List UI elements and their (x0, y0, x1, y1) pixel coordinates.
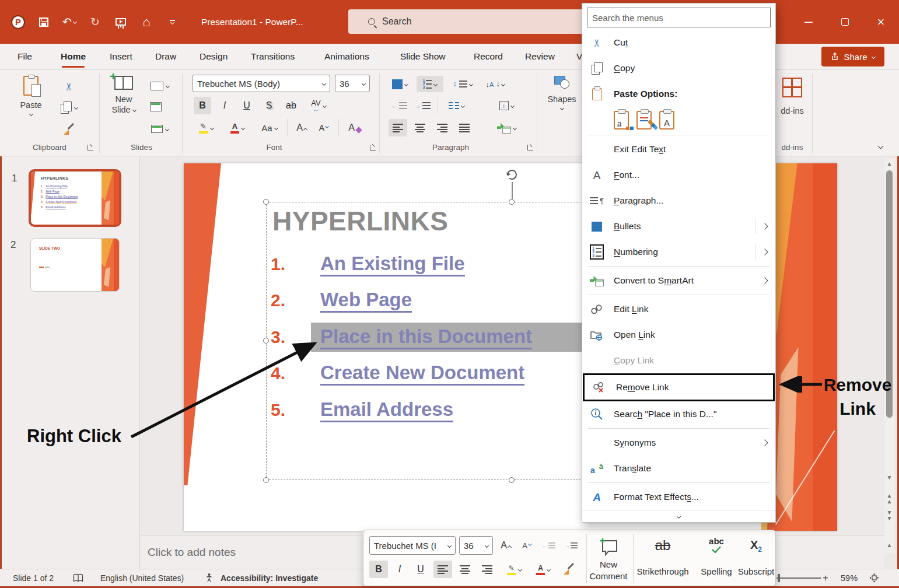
hyperlink-text[interactable]: An Existing File (320, 253, 465, 276)
menu-item-exit-edit-text[interactable]: Exit Edit Text (582, 136, 775, 162)
font-name-combo[interactable]: Trebuchet MS (Body) (193, 75, 330, 92)
tab-transitions[interactable]: Transitions (251, 44, 295, 69)
menu-item-numbering[interactable]: 123 Numbering (582, 239, 775, 265)
tab-insert[interactable]: Insert (110, 44, 132, 69)
tab-animations[interactable]: Animations (324, 44, 369, 69)
slide-indicator[interactable]: Slide 1 of 2 (13, 569, 54, 586)
mini-highlight-button[interactable]: ✎ (501, 561, 527, 578)
customize-qat-icon[interactable] (162, 12, 182, 32)
powerpoint-logo[interactable]: P (8, 12, 28, 32)
menu-item-remove-link[interactable]: Remove Link (585, 375, 773, 400)
slideshow-icon[interactable] (111, 12, 131, 32)
tab-record[interactable]: Record (474, 44, 503, 69)
menu-item-search[interactable]: Search "Place in this D..." (582, 401, 775, 427)
hyperlink-text[interactable]: Create New Document (320, 362, 524, 386)
strikethrough-button[interactable]: ab (282, 97, 300, 114)
mini-decrease-font-button[interactable]: A (517, 537, 536, 554)
collapse-ribbon-button[interactable] (872, 139, 889, 153)
menu-item-cut[interactable]: ✂ Cut (582, 30, 775, 55)
slide-2-thumbnail[interactable]: SLIDE TWO (30, 238, 120, 292)
hyperlink-text[interactable]: Web Page (320, 289, 412, 313)
align-right-button[interactable] (433, 119, 452, 136)
change-case-button[interactable]: Aa (256, 119, 284, 136)
menu-item-copy[interactable]: Copy (582, 55, 775, 81)
notes-splitter-icon[interactable]: ▲ (884, 542, 894, 548)
paste-text-only-icon[interactable]: A (659, 111, 674, 130)
language-indicator[interactable]: English (United States) (100, 569, 184, 586)
save-icon[interactable] (34, 12, 54, 32)
mini-align-left-button[interactable] (433, 561, 452, 578)
menu-expand-button[interactable] (582, 510, 775, 522)
align-center-button[interactable] (411, 119, 429, 136)
convert-smartart-button[interactable] (492, 119, 520, 136)
menu-item-edit-link[interactable]: Edit Link (582, 296, 775, 322)
menu-item-format-text-effects[interactable]: A Format Text Effects... (582, 484, 775, 510)
rotate-handle-icon[interactable] (504, 167, 519, 182)
clipboard-dialog-launcher[interactable] (88, 145, 93, 150)
mini-align-center-button[interactable] (456, 561, 474, 578)
minimize-button[interactable]: ─ (790, 0, 827, 44)
mini-italic-button[interactable]: I (390, 561, 409, 578)
mini-font-color-button[interactable]: A (530, 561, 556, 578)
spell-check-icon[interactable] (73, 569, 83, 586)
decrease-indent-button[interactable]: ← (390, 97, 408, 114)
home-icon[interactable]: ⌂ (137, 12, 156, 32)
new-slide-button[interactable]: + New Slide (105, 76, 142, 114)
align-text-button[interactable]: ↕ (494, 97, 519, 114)
paste-button[interactable]: Paste (13, 76, 49, 116)
selection-handle[interactable] (263, 199, 269, 205)
selection-handle[interactable] (509, 477, 515, 483)
text-shadow-button[interactable]: S (260, 97, 278, 114)
line-spacing-button[interactable]: ↕ (449, 76, 476, 92)
menu-item-translate[interactable]: aǎ Translate (582, 456, 775, 481)
columns-button[interactable] (443, 97, 469, 114)
paste-picture-icon[interactable] (636, 111, 652, 130)
mini-increase-indent-button[interactable]: → (562, 537, 580, 554)
menu-search-input[interactable] (587, 8, 771, 27)
increase-font-button[interactable]: A (292, 119, 312, 136)
mini-bold-button[interactable]: B (369, 561, 388, 578)
menu-item-convert-to-smartart[interactable]: Convert to SmartArt (582, 268, 775, 293)
bold-button[interactable]: B (194, 97, 211, 114)
format-painter-button[interactable] (58, 121, 79, 138)
slide-title[interactable]: HYPERLINKS (272, 205, 448, 237)
font-dialog-launcher[interactable] (370, 145, 376, 150)
mini-format-painter-button[interactable] (559, 561, 578, 578)
maximize-button[interactable] (827, 0, 863, 44)
highlight-color-button[interactable]: ✎ (193, 119, 219, 136)
underline-button[interactable]: U (238, 97, 256, 114)
menu-item-paragraph[interactable]: ¶ Paragraph... (582, 188, 775, 214)
mini-underline-button[interactable]: U (411, 561, 430, 578)
slide-1-thumbnail[interactable]: HYPERLINKS 1.An Existing File 2.Web Page… (29, 169, 121, 227)
align-left-button[interactable] (389, 119, 407, 136)
section-button[interactable] (147, 121, 173, 136)
scroll-up-icon[interactable]: ▲ (884, 161, 894, 167)
italic-button[interactable]: I (216, 97, 233, 114)
tab-draw[interactable]: Draw (155, 44, 176, 69)
mini-font-size-combo[interactable]: 36 (459, 536, 493, 555)
undo-icon[interactable]: ↶ (60, 12, 79, 32)
zoom-level[interactable]: 59% (841, 569, 858, 586)
cut-button[interactable]: ✂ (58, 78, 79, 94)
zoom-slider-thumb[interactable] (778, 574, 780, 582)
tab-file[interactable]: File (18, 44, 32, 69)
bullets-button[interactable] (387, 76, 412, 92)
increase-indent-button[interactable]: → (413, 97, 432, 114)
clear-formatting-button[interactable]: A (344, 119, 365, 136)
share-button[interactable]: Share (821, 47, 884, 66)
menu-search[interactable] (587, 8, 771, 27)
character-spacing-button[interactable]: AV↔ (305, 97, 333, 114)
previous-slide-icon[interactable]: ▲▲ (884, 493, 894, 505)
mini-align-right-button[interactable] (478, 561, 496, 578)
tab-review[interactable]: Review (525, 44, 555, 69)
font-size-combo[interactable]: 36 (335, 75, 370, 92)
mini-increase-font-button[interactable]: A (496, 537, 515, 554)
reset-slide-button[interactable] (147, 99, 165, 114)
menu-item-font[interactable]: A Font... (582, 162, 775, 188)
hyperlink-text-selected[interactable]: Place in this Document (320, 326, 532, 349)
paste-keep-formatting-icon[interactable]: a (614, 111, 629, 130)
tab-slide-show[interactable]: Slide Show (400, 44, 446, 69)
hyperlink-text[interactable]: Email Address (320, 399, 453, 422)
menu-item-synonyms[interactable]: Synonyms (582, 430, 775, 456)
tab-home[interactable]: Home (61, 44, 86, 69)
